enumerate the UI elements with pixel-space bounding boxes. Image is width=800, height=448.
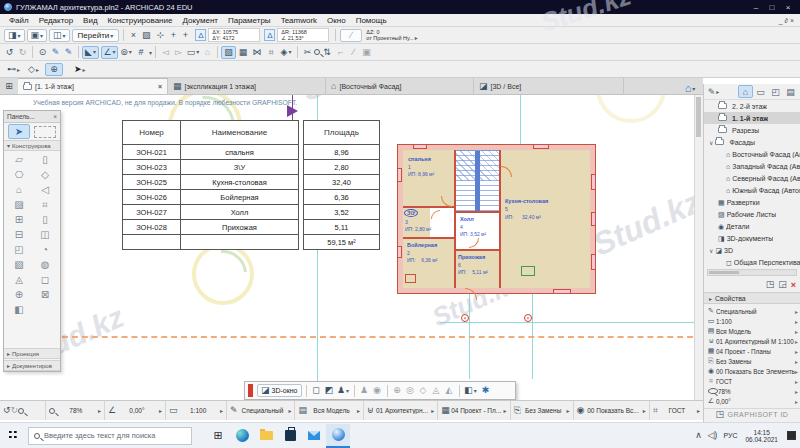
layer-option[interactable]: ⊎01 Архитектурный М 1:100▸: [704, 336, 800, 346]
menu-teamwork[interactable]: Teamwork: [276, 16, 322, 25]
lamp-tool-icon[interactable]: ◔: [34, 242, 56, 257]
scale-control[interactable]: ▭1:100▸: [166, 401, 227, 420]
west-elevation-arrow-icon[interactable]: [287, 105, 298, 117]
vr-icon[interactable]: ◭: [443, 386, 456, 395]
cancel-icon[interactable]: ×: [127, 31, 139, 40]
pen-set-option[interactable]: ✎Специальный▸: [704, 306, 800, 316]
snap-points-icon[interactable]: ⊚▾: [118, 48, 134, 57]
menu-help[interactable]: Помощь: [351, 16, 392, 25]
look-to-icon[interactable]: ◉: [371, 386, 384, 395]
stretch-icon[interactable]: ⋈: [250, 48, 264, 57]
tab-3d-all[interactable]: ◪ [3D / Все]: [474, 78, 624, 94]
lock-icon[interactable]: ⌂: [201, 48, 214, 57]
add-camera-icon[interactable]: ⊕: [391, 386, 404, 395]
toolbox-section-views[interactable]: Проекция: [12, 351, 39, 357]
menu-edit[interactable]: Редактор: [34, 16, 78, 25]
go-to-button[interactable]: Перейти▾: [72, 29, 120, 42]
arrow-tool-button[interactable]: ➤▸: [71, 64, 89, 75]
snap-guides-icon[interactable]: ∠▾: [101, 46, 118, 59]
speaker-icon[interactable]: ◁): [705, 431, 719, 440]
walk-mode-icon[interactable]: ♟▾: [336, 386, 351, 395]
taskbar-clock[interactable]: 14:15 06.04.2021: [741, 429, 782, 443]
slope-icon[interactable]: ∕: [340, 29, 362, 42]
3d-perspective-icon[interactable]: ◻: [310, 386, 323, 395]
view-settings-control[interactable]: ▦04 Проект - Пл...▸: [438, 401, 510, 420]
intersect-icon[interactable]: ⌐: [334, 48, 347, 57]
tracker-angle[interactable]: ∠ 21,53°: [281, 35, 325, 41]
truss-tool-icon[interactable]: ⊠: [34, 287, 56, 302]
tree-item-floor1[interactable]: 1. 1-й этаж: [704, 112, 800, 124]
graphisoft-id-button[interactable]: ◳GRAPHISOFT ID: [704, 408, 800, 420]
camera-path-icon[interactable]: ◎: [404, 386, 417, 395]
stairs[interactable]: [455, 150, 500, 212]
renovation-filter-control[interactable]: ◉00 Показать Вс...▸: [574, 401, 650, 420]
menu-design[interactable]: Конструирование: [103, 16, 178, 25]
3d-window-button[interactable]: ◪3D-окно: [257, 384, 302, 397]
menu-window[interactable]: Окно: [322, 16, 351, 25]
tab-floor-1[interactable]: [1. 1-й этаж] ×: [18, 78, 168, 94]
home-dropdown-icon[interactable]: ⌂▾: [677, 83, 703, 94]
mesh-tool-icon[interactable]: ◍: [34, 257, 56, 272]
taskbar-search[interactable]: Введите здесь текст для поиска: [28, 427, 192, 445]
tree-item-worksheets[interactable]: ▨Рабочие Листы: [704, 208, 800, 220]
marker-tool-button[interactable]: ⊷▸: [4, 64, 23, 75]
rotation-option[interactable]: ∠0,00°▸: [704, 396, 800, 406]
tracker-origin[interactable]: от Проектный Ну...: [366, 35, 413, 41]
menu-document[interactable]: Документ: [177, 16, 223, 25]
railing-tool-icon[interactable]: ⌗: [34, 197, 56, 212]
fly-mode-icon[interactable]: ♟: [358, 386, 371, 395]
menu-view[interactable]: Вид: [78, 16, 102, 25]
clone-folder-icon[interactable]: ◳: [766, 280, 775, 289]
view-option[interactable]: ▦04 Проект - Планы▸: [704, 346, 800, 356]
camera-icon[interactable]: ◇: [417, 386, 430, 395]
graphic-override-control[interactable]: ⎘Без Замены▸: [511, 401, 574, 420]
window-tool-icon[interactable]: ⊟: [8, 227, 30, 242]
orientation-control[interactable]: ∠0,00°▸: [105, 401, 166, 420]
store-button[interactable]: [278, 424, 302, 448]
tree-item-north-elevation[interactable]: ⌂Северный Фасад (Ав: [704, 172, 800, 184]
properties-header[interactable]: ▸Свойства: [704, 292, 800, 304]
rotate-view-icon[interactable]: ⊕: [45, 63, 63, 76]
render-icon[interactable]: ◈▾: [278, 48, 294, 57]
mdi-window-controls[interactable]: _ ∂ ×: [779, 17, 796, 24]
trace-reference-icon[interactable]: ▧: [221, 46, 236, 59]
menu-file[interactable]: Файл: [4, 16, 34, 25]
modify-icon[interactable]: ⌗: [264, 48, 278, 57]
skylight-tool-icon[interactable]: ◫: [34, 227, 56, 242]
tree-item-elevations[interactable]: ∨Фасады: [704, 136, 800, 148]
task-view-button[interactable]: ⊞: [206, 424, 230, 448]
3d-axono-icon[interactable]: ◩: [323, 386, 336, 395]
vertical-scrollbar[interactable]: [694, 95, 703, 400]
tracker-dy[interactable]: ΔY: 4172: [212, 35, 256, 41]
quick-options-icon[interactable]: ⊞: [0, 78, 18, 94]
view-map-icon[interactable]: ▭: [753, 85, 768, 98]
open-file-button[interactable]: ◨▾: [4, 29, 25, 42]
fillet-icon[interactable]: ∕: [347, 48, 360, 57]
tree-item-south-elevation[interactable]: ⌂Южный Фасад (Автом: [704, 184, 800, 196]
tree-item-3d[interactable]: ∨◪3D: [704, 244, 800, 256]
dimension-option[interactable]: ⌗ГОСТ▸: [704, 376, 800, 386]
layer-combination-control[interactable]: ⊎01 Архитектурн...▸: [364, 401, 438, 420]
plane-icon[interactable]: ▻: [172, 48, 185, 57]
opening-tool-icon[interactable]: ◻: [34, 272, 56, 287]
toolbox-section-document[interactable]: Документиров: [12, 363, 52, 369]
elevation-marker-icon[interactable]: ×: [524, 314, 532, 322]
tree-item-generic-perspective[interactable]: ◻Общая Перспектива: [704, 256, 800, 268]
publisher-icon[interactable]: ▤: [783, 85, 798, 98]
relative-construct-icon[interactable]: ▭▾: [185, 48, 201, 57]
override-option[interactable]: ⎘Без Замены▸: [704, 356, 800, 366]
stair-tool-icon[interactable]: ▨: [8, 197, 30, 212]
floor-plan[interactable]: спальня 1 ИП: 8,96 м² З\У 3 ИП: 2,80 м² …: [398, 145, 595, 293]
door-tool-icon[interactable]: ▯: [34, 212, 56, 227]
mail-button[interactable]: [302, 424, 326, 448]
tree-item-floor2[interactable]: 2. 2-й этаж: [704, 100, 800, 112]
elevation-marker-icon[interactable]: ×: [461, 314, 469, 322]
save-button[interactable]: ▣▾: [27, 29, 48, 42]
structure-display-control[interactable]: ▤Вся Модель▸: [295, 401, 364, 420]
zoom-option[interactable]: 78%▸: [704, 386, 800, 396]
pen-icon[interactable]: ✎▸: [706, 85, 721, 98]
grid-snap-icon[interactable]: #: [134, 48, 148, 57]
worksheet-icon[interactable]: ▦: [236, 48, 250, 57]
extra-tool-icon[interactable]: ◧: [8, 302, 30, 317]
split-icon[interactable]: ✂: [301, 48, 314, 57]
